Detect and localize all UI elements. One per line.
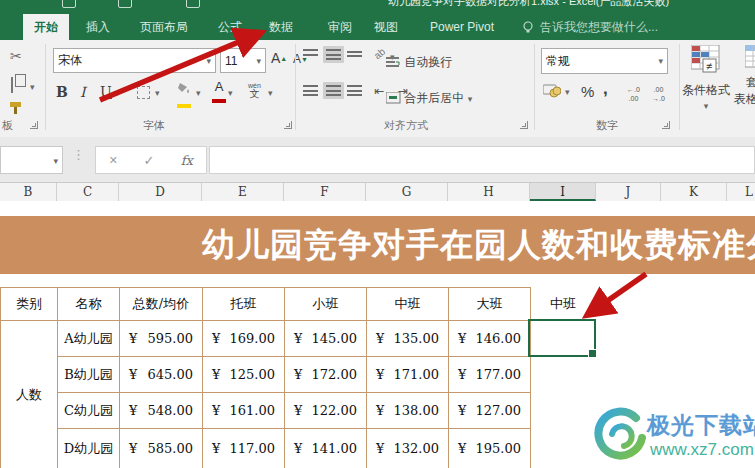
number-format-select[interactable]: 常规▾ [541,48,668,74]
format-as-table-button[interactable]: 套用 表格格式 [734,45,755,108]
bold-button[interactable]: B [56,84,68,100]
table-cell[interactable]: ¥177.00 [449,357,531,393]
table-cell[interactable]: ¥548.00 [120,393,203,429]
column-header-c[interactable]: C [57,183,119,201]
font-color-dropdown-icon[interactable]: ▾ [228,88,233,98]
table-cell[interactable]: ¥122.00 [285,393,367,429]
column-header-h[interactable]: H [448,183,530,201]
tab-power-pivot[interactable]: Power Pivot [418,14,506,40]
quick-access-icon[interactable] [186,0,200,8]
percent-style-button[interactable]: % [581,83,594,100]
decrease-decimal-button[interactable]: .00→.0 [652,84,665,102]
table-cell[interactable]: ¥585.00 [120,429,203,468]
borders-icon[interactable] [137,86,150,99]
borders-dropdown-icon[interactable]: ▾ [155,88,160,98]
copy-icon[interactable] [11,78,13,92]
conditional-formatting-button[interactable]: ≠ 条件格式 ▾ [681,45,731,111]
comma-style-button[interactable]: , [603,79,608,99]
phonetic-dropdown-icon[interactable]: ▾ [268,88,273,98]
table-cell[interactable]: ¥172.00 [285,357,367,393]
align-left-button[interactable] [303,85,318,96]
table-cell[interactable]: ¥171.00 [367,357,449,393]
table-cell[interactable]: ¥135.00 [367,321,449,357]
fill-handle[interactable] [588,349,597,358]
table-cell[interactable]: B幼儿园 [58,357,120,393]
align-center-button[interactable] [323,82,344,99]
column-header-e[interactable]: E [202,183,284,201]
table-cell[interactable]: ¥125.00 [203,357,285,393]
table-header-cell[interactable]: 大班 [449,288,531,321]
underline-button[interactable]: U [100,84,112,100]
tell-me-search[interactable]: 告诉我您想要做什么... [540,14,658,40]
column-header-k[interactable]: K [661,183,727,201]
font-color-button[interactable]: A [212,81,226,105]
table-header-cell[interactable]: 名称 [58,288,120,321]
accounting-format-icon[interactable] [543,82,561,98]
tab-review[interactable]: 审阅 [318,14,362,40]
quick-access-icon[interactable] [62,0,76,8]
tab-formulas[interactable]: 公式 [208,14,252,40]
table-cell[interactable]: ¥127.00 [449,393,531,429]
format-painter-icon[interactable] [9,102,23,115]
align-middle-button[interactable] [323,46,344,63]
table-cell[interactable]: ¥138.00 [367,393,449,429]
name-box[interactable]: ▾ [0,146,63,174]
fill-color-button[interactable] [177,82,191,111]
phonetic-guide-button[interactable]: wén 文 [248,80,261,98]
table-cell[interactable]: ¥595.00 [120,321,203,357]
table-header-cell[interactable]: 托班 [203,288,285,321]
enter-icon[interactable]: ✓ [144,153,155,168]
table-cell[interactable]: A幼儿园 [58,321,120,357]
font-name-select[interactable]: 宋体▾ [53,48,216,73]
underline-dropdown-icon[interactable]: ▾ [115,88,120,98]
merge-center-button[interactable]: 合并后居中 ▾ [386,90,472,107]
number-dialog-launcher-icon[interactable] [662,121,670,129]
column-header-j[interactable]: J [596,183,661,201]
table-cell[interactable]: ¥141.00 [285,429,367,468]
accounting-dropdown-icon[interactable]: ▾ [565,87,570,97]
column-header-l[interactable]: L [727,183,755,201]
tab-insert[interactable]: 插入 [76,14,120,40]
table-cell[interactable]: ¥161.00 [203,393,285,429]
table-header-cell[interactable]: 类别 [1,288,58,321]
table-cell[interactable]: ¥132.00 [367,429,449,468]
align-bottom-button[interactable] [347,51,362,59]
column-header-i-selected[interactable]: I [530,183,596,201]
category-merged-cell[interactable]: 人数 [1,321,58,468]
formula-bar-splitter[interactable]: ⋮ [72,147,85,162]
table-cell[interactable]: ¥145.00 [285,321,367,357]
table-cell[interactable]: ¥146.00 [449,321,531,357]
fill-color-dropdown-icon[interactable]: ▾ [196,88,201,98]
tab-home[interactable]: 开始 [23,14,69,40]
font-dialog-launcher-icon[interactable] [284,121,292,129]
font-size-select[interactable]: 11▾ [220,48,266,73]
tab-view[interactable]: 视图 [364,14,408,40]
table-cell[interactable]: ¥117.00 [203,429,285,468]
extra-header-cell[interactable]: 中班 [530,287,596,320]
clipboard-dialog-launcher-icon[interactable] [30,121,38,129]
column-header-d[interactable]: D [119,183,202,201]
cut-icon[interactable]: ✂ [10,48,22,64]
table-header-cell[interactable]: 小班 [285,288,367,321]
quick-access-icon[interactable] [118,0,132,8]
table-cell[interactable]: D幼儿园 [58,429,120,468]
selected-cell[interactable] [528,319,596,357]
tab-page-layout[interactable]: 页面布局 [127,14,201,40]
table-header-cell[interactable]: 中班 [367,288,449,321]
italic-button[interactable]: I [80,84,86,100]
column-header-b[interactable]: B [0,183,57,201]
cancel-icon[interactable]: × [109,152,117,168]
table-cell[interactable]: ¥169.00 [203,321,285,357]
worksheet[interactable]: 幼儿园竞争对手在园人数和收费标准分析 类别 名称 总数/均价 托班 小班 中班 … [0,201,755,468]
copy-dropdown-icon[interactable]: ▾ [30,82,35,92]
table-header-cell[interactable]: 总数/均价 [120,288,203,321]
column-header-f[interactable]: F [284,183,366,201]
formula-input[interactable] [209,146,755,174]
alignment-dialog-launcher-icon[interactable] [520,121,528,129]
table-cell[interactable]: ¥195.00 [449,429,531,468]
grow-font-icon[interactable]: A▲ [271,50,287,66]
align-right-button[interactable] [347,85,362,96]
table-cell[interactable]: C幼儿园 [58,393,120,429]
column-header-g[interactable]: G [366,183,448,201]
decrease-indent-icon[interactable]: ⇤ [374,84,384,98]
